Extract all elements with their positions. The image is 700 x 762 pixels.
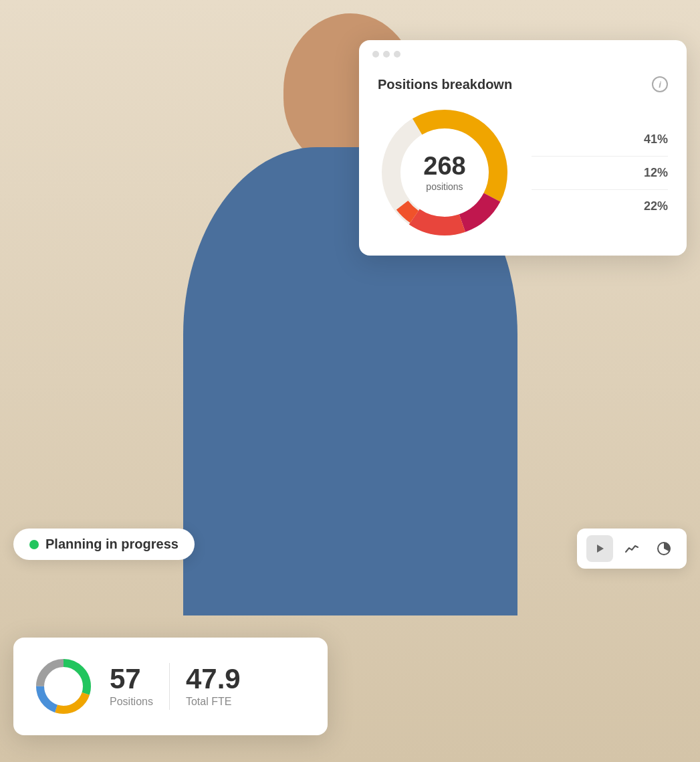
positions-number: 57 (110, 665, 153, 693)
trend-chart-button[interactable] (618, 535, 645, 562)
legend-percent-1: 41% (644, 132, 668, 147)
planning-status-dot (29, 540, 39, 549)
toolbar (577, 529, 687, 569)
window-dot-3 (394, 51, 400, 58)
legend-percent-3: 22% (644, 199, 668, 213)
legend-item-1: 41% (532, 123, 668, 157)
donut-center-label: 268 positions (423, 153, 465, 192)
window-dot-2 (383, 51, 390, 58)
card-title: Positions breakdown (378, 77, 512, 92)
legend-item-3: 22% (532, 190, 668, 223)
window-controls (372, 51, 400, 58)
pie-chart-button[interactable] (651, 535, 677, 562)
fte-stat: 47.9 Total FTE (186, 665, 241, 708)
card-header: Positions breakdown i (378, 76, 668, 92)
info-icon[interactable]: i (652, 76, 668, 92)
positions-breakdown-card: Positions breakdown i 268 positions (359, 40, 687, 256)
planning-status-text: Planning in progress (45, 537, 179, 552)
legend-item-2: 12% (532, 157, 668, 190)
small-donut-svg (33, 656, 94, 717)
donut-text: positions (423, 181, 465, 192)
donut-chart: 268 positions (378, 106, 511, 240)
pie-chart-icon (657, 541, 671, 556)
positions-label: Positions (110, 696, 153, 708)
fte-number: 47.9 (186, 665, 241, 693)
legend-list: 41% 12% 22% (532, 123, 668, 223)
video-icon-svg (594, 543, 605, 554)
stats-divider (169, 663, 170, 710)
small-donut-chart (33, 656, 94, 717)
fte-label: Total FTE (186, 696, 241, 708)
svg-marker-5 (597, 545, 604, 553)
stats-card: 57 Positions 47.9 Total FTE (13, 638, 328, 735)
card-content: 268 positions 41% 12% 22% (378, 106, 668, 240)
trend-icon (624, 543, 639, 555)
donut-number: 268 (423, 153, 465, 179)
legend-percent-2: 12% (644, 166, 668, 180)
planning-badge: Planning in progress (13, 529, 195, 560)
video-icon (586, 535, 613, 562)
positions-stat: 57 Positions (110, 665, 153, 708)
window-dot-1 (372, 51, 379, 58)
